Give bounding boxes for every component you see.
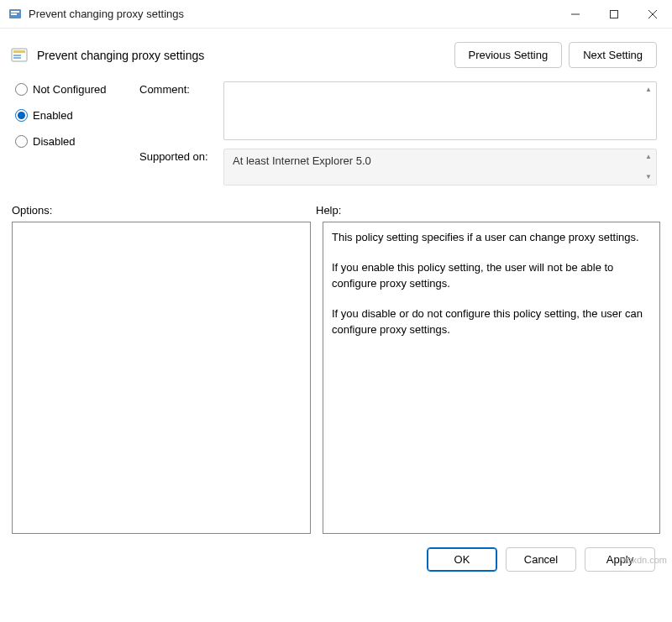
help-text: This policy setting specifies if a user … (332, 229, 651, 246)
radio-disabled[interactable]: Disabled (15, 135, 124, 148)
dialog-footer: OK Cancel Apply (0, 534, 672, 585)
supported-on-value: At least Internet Explorer 5.0 (233, 154, 371, 167)
radio-enabled[interactable]: Enabled (15, 109, 124, 122)
svg-rect-10 (13, 57, 21, 59)
svg-rect-9 (13, 55, 21, 56)
help-text: If you enable this policy setting, the u… (332, 259, 651, 292)
app-icon (8, 8, 22, 21)
radio-enabled-input[interactable] (15, 109, 28, 122)
scroll-up-icon[interactable]: ▲ (643, 84, 654, 96)
titlebar: Prevent changing proxy settings (0, 0, 672, 29)
cancel-button[interactable]: Cancel (506, 547, 576, 572)
close-button[interactable] (633, 0, 672, 29)
state-radios: Not Configured Enabled Disabled (15, 81, 124, 194)
panel-labels: Options: Help: (0, 194, 672, 222)
radio-label: Not Configured (33, 83, 106, 96)
policy-icon (10, 46, 29, 65)
radio-label: Disabled (33, 135, 76, 148)
minimize-button[interactable] (556, 0, 595, 29)
fields: Comment: ▲ Supported on: At least Intern… (139, 81, 657, 194)
supported-on-box: At least Internet Explorer 5.0 ▲ ▼ (223, 149, 657, 186)
svg-rect-4 (611, 10, 618, 18)
options-panel (12, 222, 311, 534)
watermark: wsxdn.com (621, 555, 667, 565)
help-panel: This policy setting specifies if a user … (323, 222, 660, 534)
radio-disabled-input[interactable] (15, 135, 28, 148)
window-title: Prevent changing proxy settings (29, 8, 184, 20)
comment-label: Comment: (139, 81, 223, 140)
supported-on-label: Supported on: (139, 149, 223, 186)
options-panel-label: Options: (12, 204, 316, 217)
radio-label: Enabled (33, 109, 73, 122)
scroll-up-icon[interactable]: ▲ (643, 151, 654, 163)
svg-rect-8 (13, 50, 25, 53)
next-setting-button[interactable]: Next Setting (569, 42, 657, 68)
maximize-button[interactable] (595, 0, 633, 29)
radio-not-configured[interactable]: Not Configured (15, 83, 124, 96)
panels: This policy setting specifies if a user … (0, 222, 672, 534)
svg-rect-2 (11, 13, 17, 15)
radio-not-configured-input[interactable] (15, 83, 28, 96)
scroll-down-icon[interactable]: ▼ (643, 171, 654, 183)
svg-rect-1 (11, 11, 19, 13)
policy-title: Prevent changing proxy settings (37, 49, 204, 62)
config-area: Not Configured Enabled Disabled Comment:… (0, 71, 672, 194)
comment-textarea[interactable]: ▲ (223, 81, 657, 140)
help-text: If you disable or do not configure this … (332, 306, 651, 338)
previous-setting-button[interactable]: Previous Setting (454, 42, 563, 68)
ok-button[interactable]: OK (427, 547, 497, 572)
help-panel-label: Help: (316, 204, 341, 217)
policy-header: Prevent changing proxy settings Previous… (0, 29, 672, 71)
